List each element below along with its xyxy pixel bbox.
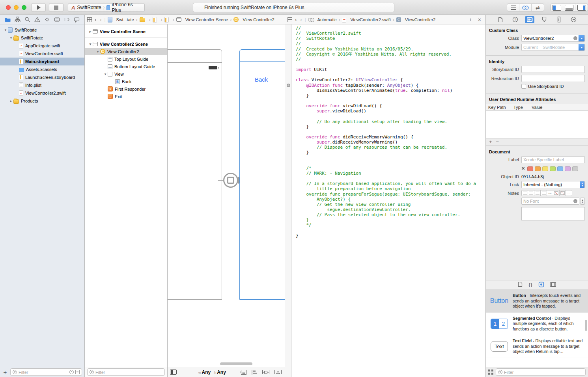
disclosure-triangle[interactable]: ▾ — [103, 72, 108, 76]
no-background-button[interactable] — [553, 190, 560, 196]
outline-filter-field[interactable]: Filter — [87, 368, 165, 376]
file-row-products[interactable]: ▸Products — [0, 97, 84, 105]
file-template-library-tab[interactable] — [518, 282, 523, 288]
library-view-mode-icon[interactable] — [488, 370, 493, 375]
align-button[interactable] — [251, 370, 258, 375]
resolve-issues-button[interactable] — [274, 370, 282, 375]
module-dropdown-button[interactable]: ▾ — [579, 44, 585, 51]
disclosure-triangle[interactable]: ▾ — [88, 42, 93, 46]
segue-icon[interactable] — [223, 173, 238, 188]
crumb-scene[interactable]: View Controller Scene — [185, 17, 228, 22]
disclosure-triangle[interactable]: ▸ — [9, 99, 13, 103]
file-row-viewcontroller-swift[interactable]: ViewController.swift — [0, 50, 84, 58]
outline-row-back[interactable]: Back — [85, 78, 167, 85]
toggle-navigator-button[interactable] — [551, 4, 563, 11]
canvas-view[interactable]: Back — [168, 24, 285, 367]
jump-to-class-icon[interactable]: → — [573, 36, 577, 40]
search-navigator-tab[interactable] — [24, 17, 30, 22]
back-button-control[interactable]: Back — [255, 76, 268, 83]
lock-stepper[interactable]: ▲▼ — [580, 181, 585, 188]
document-label-field[interactable]: Xcode Specific Label — [521, 156, 585, 163]
restoration-id-field[interactable] — [521, 75, 585, 82]
library-scrollbar[interactable] — [585, 320, 587, 331]
back-button[interactable]: ‹ — [294, 17, 297, 22]
notes-text-area[interactable] — [521, 207, 585, 220]
no-border-button[interactable] — [559, 190, 566, 196]
crumb-selection[interactable]: View Controller2 — [243, 17, 274, 22]
file-row-viewcontroller2-swift[interactable]: ViewController2.swift — [0, 89, 84, 97]
media-library-tab[interactable] — [550, 282, 556, 288]
toggle-debug-area-button[interactable] — [563, 4, 575, 11]
file-row-swiftrotate[interactable]: ▾SwiftRotate — [0, 26, 84, 34]
outline-row-view-controller2[interactable]: ▾View Controller2 — [85, 48, 167, 55]
size-inspector-tab[interactable] — [554, 16, 564, 23]
add-assistant-editor-button[interactable]: + — [467, 17, 474, 23]
more-options-button[interactable]: … — [566, 190, 572, 196]
crumb-project[interactable]: Swi...tate — [116, 17, 134, 22]
recent-files-icon[interactable] — [69, 370, 74, 374]
debug-navigator-tab[interactable] — [54, 17, 60, 22]
runtime-attributes-table[interactable]: Key Path Type Value — [486, 104, 588, 138]
color-swatch-0[interactable] — [527, 166, 533, 171]
align-justify-button[interactable] — [540, 190, 547, 196]
color-swatch-5[interactable] — [565, 166, 571, 171]
back-button[interactable]: ‹ — [94, 17, 97, 22]
disclosure-triangle[interactable]: ▸ — [88, 30, 93, 34]
report-navigator-tab[interactable] — [74, 17, 80, 22]
color-swatch-6[interactable] — [572, 166, 578, 171]
outline-row-view-controller2-scene[interactable]: ▾View Controller2 Scene — [85, 40, 167, 48]
no-color-button[interactable]: ✕ — [521, 166, 525, 171]
use-storyboard-id-checkbox[interactable] — [521, 84, 526, 89]
color-swatch-3[interactable] — [550, 166, 556, 171]
outline-row-bottom-layout-guide[interactable]: Bottom Layout Guide — [85, 63, 167, 70]
class-dropdown-button[interactable]: ▾ — [579, 35, 585, 42]
align-center-button[interactable] — [528, 190, 534, 196]
symbol-navigator-tab[interactable] — [15, 17, 21, 22]
outline-row-top-layout-guide[interactable]: Top Layout Guide — [85, 55, 167, 63]
spacing-button[interactable]: --- — [547, 190, 553, 196]
crumb-file[interactable]: ViewController2.swift — [350, 17, 391, 22]
close-window-button[interactable] — [6, 5, 11, 10]
font-size-stepper[interactable]: ▲▼ — [580, 198, 585, 205]
minimize-window-button[interactable] — [14, 5, 19, 10]
color-swatch-1[interactable] — [535, 166, 541, 171]
horizontal-scrollbar[interactable] — [220, 362, 252, 365]
unsaved-files-icon[interactable] — [75, 370, 80, 374]
navigator-filter-field[interactable]: Filter — [10, 368, 82, 376]
color-swatch-2[interactable] — [542, 166, 548, 171]
related-items-icon[interactable] — [287, 17, 292, 22]
run-button[interactable] — [31, 3, 46, 12]
font-panel-icon[interactable]: → — [573, 199, 577, 203]
stop-button[interactable] — [49, 3, 63, 12]
library-filter-field[interactable]: Filter — [496, 368, 586, 376]
file-row-swiftrotate[interactable]: ▾SwiftRotate — [0, 34, 84, 42]
storyboard-id-field[interactable] — [521, 66, 585, 73]
attributes-inspector-tab[interactable] — [539, 16, 549, 23]
file-inspector-tab[interactable] — [496, 16, 505, 23]
file-row-info-plist[interactable]: Info.plist — [0, 81, 84, 89]
align-left-button[interactable] — [521, 190, 528, 196]
disclosure-triangle[interactable]: ▾ — [95, 50, 100, 54]
outline-row-exit[interactable]: Exit — [85, 93, 167, 100]
code-snippet-library-tab[interactable]: { } — [528, 282, 532, 287]
zoom-window-button[interactable] — [22, 5, 26, 10]
view-controller-1[interactable] — [168, 49, 222, 300]
crumb-symbol[interactable]: ViewController2 — [405, 17, 435, 22]
identity-inspector-tab[interactable] — [525, 16, 534, 23]
align-right-button[interactable] — [534, 190, 541, 196]
forward-button[interactable]: › — [99, 17, 102, 22]
quick-help-inspector-tab[interactable]: ? — [510, 16, 520, 23]
outline-row-first-responder[interactable]: First Responder — [85, 85, 167, 93]
add-file-button[interactable]: + — [2, 369, 8, 375]
size-class-control[interactable]: w Any h Any — [198, 370, 229, 375]
pin-button[interactable] — [262, 370, 270, 375]
color-swatch-4[interactable] — [557, 166, 563, 171]
toggle-outline-button[interactable] — [170, 370, 177, 375]
storyboard-file-icon[interactable] — [164, 17, 169, 22]
embed-in-stack-button[interactable] — [240, 370, 247, 375]
related-items-icon[interactable] — [87, 17, 92, 22]
disclosure-triangle[interactable]: ▾ — [9, 36, 13, 40]
storyboard-file-icon[interactable] — [153, 17, 157, 22]
file-row-assets-xcassets[interactable]: Assets.xcassets — [0, 65, 84, 73]
module-field[interactable]: Current – SwiftRotate ▾ — [521, 44, 585, 51]
